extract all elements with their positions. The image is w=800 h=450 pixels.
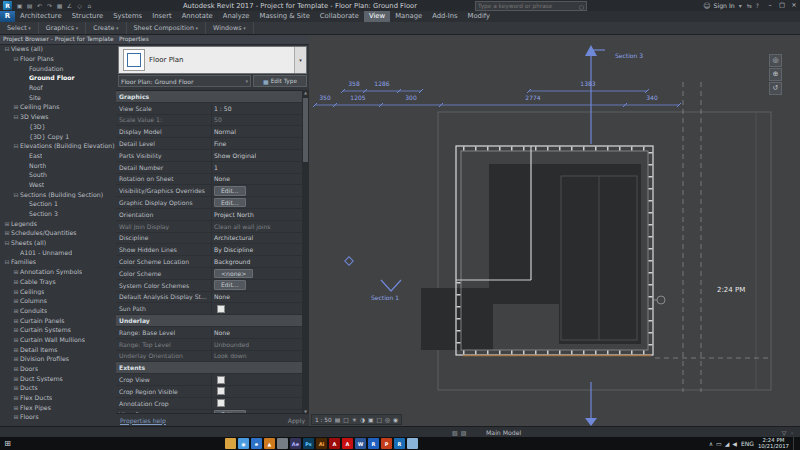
show-desktop-button[interactable] — [793, 437, 797, 450]
tree-item[interactable]: Schedules/Quantities — [0, 228, 116, 238]
print-icon[interactable]: ▦ — [55, 1, 64, 10]
redo-icon[interactable]: ↷ — [45, 1, 54, 10]
tree-item[interactable]: West — [0, 180, 116, 190]
property-value[interactable]: Clean all wall joins — [211, 221, 302, 232]
taskbar-clock[interactable]: 2:24 PM 10/21/2017 — [758, 438, 789, 449]
ribbon-tab[interactable]: Architecture — [15, 11, 67, 22]
expand-collapse-icon[interactable] — [12, 375, 20, 382]
tree-item[interactable]: A101 - Unnamed — [0, 247, 116, 257]
tree-item[interactable]: Families — [0, 257, 116, 267]
expand-collapse-icon[interactable] — [12, 346, 20, 353]
ribbon-panel-label[interactable]: Select — [0, 22, 39, 34]
after-effects-icon[interactable]: Ae — [290, 438, 301, 449]
expand-collapse-icon[interactable] — [12, 191, 20, 198]
photoshop-icon[interactable]: Ps — [303, 438, 314, 449]
property-value[interactable]: 50 — [211, 115, 302, 126]
acrobat-icon[interactable]: A — [329, 438, 340, 449]
internet-explorer-icon[interactable]: e — [251, 438, 262, 449]
language-indicator[interactable]: ENG — [741, 440, 754, 447]
edit-type-button[interactable]: ▦ Edit Type — [253, 75, 307, 87]
battery-icon[interactable]: ▭ — [716, 440, 722, 447]
expand-collapse-icon[interactable] — [3, 229, 11, 236]
tree-item[interactable]: Ground Floor — [0, 73, 116, 83]
worksets-icon[interactable]: ▧ — [452, 429, 458, 436]
tree-item[interactable]: Section 3 — [0, 209, 116, 219]
tree-item[interactable]: Sections (Building Section) — [0, 189, 116, 199]
ribbon-tab[interactable]: View — [364, 11, 390, 22]
property-value[interactable]: <none> — [211, 268, 302, 279]
maximize-button[interactable]: ▢ — [776, 0, 788, 11]
property-value[interactable]: Edit... — [211, 197, 302, 208]
expand-collapse-icon[interactable] — [12, 394, 20, 401]
crop-region-icon[interactable]: □ — [376, 417, 381, 423]
default-3d-view-icon[interactable]: ⌂ — [85, 1, 94, 10]
checkbox[interactable] — [217, 376, 225, 384]
tree-item[interactable]: Elevations (Building Elevation) — [0, 141, 116, 151]
tree-item[interactable]: Site — [0, 92, 116, 102]
open-icon[interactable]: ▣ — [15, 1, 24, 10]
revit-taskbar-icon[interactable]: R — [394, 438, 405, 449]
tree-item[interactable]: Cable Trays — [0, 277, 116, 287]
property-value[interactable]: Unbounded — [211, 339, 302, 350]
search-input[interactable] — [476, 3, 579, 9]
expand-collapse-icon[interactable] — [3, 258, 11, 265]
sun-path-icon[interactable]: ☀ — [352, 417, 357, 423]
tree-item[interactable]: Division Profiles — [0, 354, 116, 364]
expand-collapse-icon[interactable] — [12, 365, 20, 372]
navigation-wheel-icon[interactable]: ◎ — [769, 54, 782, 67]
ribbon-tab[interactable]: Insert — [147, 11, 177, 22]
help-search[interactable]: ○ — [475, 1, 587, 11]
properties-title[interactable]: Properties — [116, 34, 309, 45]
property-value[interactable]: Edit... — [211, 280, 302, 291]
scrollbar-thumb[interactable] — [303, 98, 308, 162]
ribbon-panel-label[interactable]: Sheet Composition — [127, 22, 207, 34]
property-value[interactable] — [211, 386, 302, 397]
chevron-down-icon[interactable]: ▾ — [294, 47, 306, 73]
media-player-icon[interactable]: ▲ — [264, 438, 275, 449]
ribbon-tab[interactable]: Structure — [67, 11, 109, 22]
expand-collapse-icon[interactable] — [3, 220, 11, 227]
filter-icon[interactable]: ▽ — [782, 429, 787, 436]
expand-collapse-icon[interactable] — [3, 45, 11, 52]
expand-collapse-icon[interactable] — [12, 142, 20, 149]
tree-item[interactable]: Curtain Systems — [0, 325, 116, 335]
tree-item[interactable]: Legends — [0, 218, 116, 228]
tree-item[interactable]: {3D} Copy 1 — [0, 131, 116, 141]
tree-item[interactable]: 3D Views — [0, 112, 116, 122]
property-value[interactable]: Project North — [211, 209, 302, 220]
select-toggle-icon[interactable]: ◦ — [790, 429, 794, 436]
expand-collapse-icon[interactable] — [12, 404, 20, 411]
search-icon[interactable]: ○ — [579, 3, 586, 10]
ribbon-panel-label[interactable]: Windows — [206, 22, 254, 34]
tree-item[interactable]: Conduits — [0, 306, 116, 316]
ribbon-tab[interactable]: Analyze — [218, 11, 255, 22]
expand-collapse-icon[interactable] — [12, 307, 20, 314]
view-scale-control[interactable]: 1 : 50 — [315, 417, 332, 423]
type-selector[interactable]: Floor Plan ▾ — [118, 46, 307, 74]
tree-item[interactable]: Sheets (all) — [0, 238, 116, 248]
tree-item[interactable]: Detail Items — [0, 344, 116, 354]
undo-icon[interactable]: ↶ — [35, 1, 44, 10]
ribbon-tab[interactable]: Collaborate — [315, 11, 364, 22]
expand-collapse-icon[interactable] — [12, 384, 20, 391]
tree-item[interactable]: South — [0, 170, 116, 180]
volume-icon[interactable]: ◀ — [732, 440, 737, 447]
tree-item[interactable]: Columns — [0, 296, 116, 306]
settings-app-icon[interactable] — [277, 438, 288, 449]
property-value[interactable]: 1 — [211, 162, 302, 173]
expand-collapse-icon[interactable] — [12, 55, 20, 62]
expand-collapse-icon[interactable] — [12, 317, 20, 324]
crop-view-icon[interactable]: ▣ — [368, 417, 373, 423]
tree-item[interactable]: Curtain Wall Mullions — [0, 335, 116, 345]
property-value[interactable] — [211, 303, 302, 314]
property-value[interactable]: Edit... — [211, 185, 302, 196]
property-value[interactable]: Fine — [211, 138, 302, 149]
property-value[interactable]: By Discipline — [211, 244, 302, 255]
chrome-icon[interactable]: ◉ — [238, 438, 249, 449]
expand-collapse-icon[interactable] — [12, 326, 20, 333]
ribbon-tab[interactable]: Modify — [463, 11, 496, 22]
property-value[interactable]: 1 : 50 — [211, 103, 302, 114]
help-icon[interactable]: ? — [755, 2, 760, 9]
reveal-hidden-icon[interactable]: ◉ — [393, 417, 398, 423]
ribbon-panel-label[interactable]: Graphics — [39, 22, 86, 34]
